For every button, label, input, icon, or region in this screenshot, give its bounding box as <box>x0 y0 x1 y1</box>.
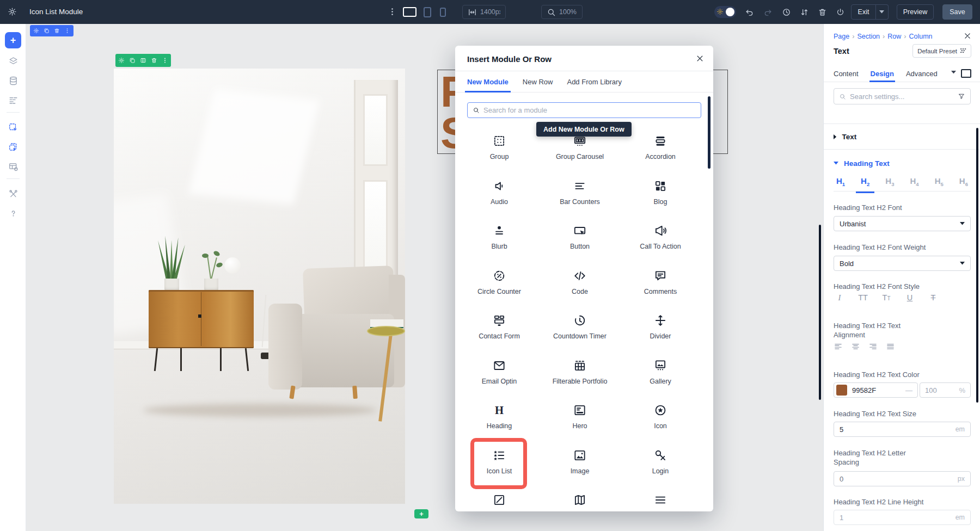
canvas-width-field[interactable] <box>462 5 506 19</box>
panel-scrollbar[interactable] <box>976 128 978 403</box>
text-color-picker[interactable]: 99582F — <box>834 382 918 398</box>
breadcrumb-column[interactable]: Column <box>909 33 932 40</box>
style-italic-icon[interactable]: I <box>834 293 846 302</box>
heading-level-h2[interactable]: H2 <box>858 176 872 191</box>
sidebar-multiselect-icon[interactable] <box>8 141 19 152</box>
module-item-audio[interactable]: Audio <box>459 170 540 215</box>
add-row-button[interactable]: + <box>414 509 428 518</box>
settings-search-input[interactable] <box>850 92 954 101</box>
font-select[interactable]: Urbanist <box>834 216 971 231</box>
breadcrumb-section[interactable]: Section <box>857 33 880 40</box>
module-item-divider[interactable]: Divider <box>620 305 701 350</box>
style-small-caps-icon[interactable]: TT <box>880 293 892 302</box>
module-item-icon[interactable]: Icon <box>620 394 701 440</box>
dialog-close-icon[interactable] <box>696 54 704 63</box>
module-item-code[interactable]: Code <box>540 260 620 305</box>
heading-level-h1[interactable]: H1 <box>834 176 848 191</box>
section-toggle-text[interactable]: Text <box>824 124 980 150</box>
history-icon[interactable] <box>781 7 792 17</box>
sidebar-wireframe-icon[interactable] <box>8 95 19 106</box>
section-dots-v-icon[interactable] <box>64 28 70 34</box>
color-opacity-field[interactable]: 100 % <box>920 382 971 398</box>
sort-icon[interactable] <box>799 7 810 17</box>
filter-funnel-icon[interactable] <box>958 92 965 100</box>
font-weight-select[interactable]: Bold <box>834 256 971 271</box>
module-item-accordion[interactable]: Accordion <box>620 125 701 170</box>
section-trash-icon[interactable] <box>54 28 60 34</box>
heading-level-h6[interactable]: H6 <box>957 176 971 191</box>
sidebar-layers-icon[interactable] <box>8 55 19 66</box>
preview-button[interactable]: Preview <box>897 4 934 20</box>
canvas-scrollbar[interactable] <box>819 225 821 400</box>
row-gear-icon[interactable] <box>118 57 125 64</box>
undo-icon[interactable] <box>744 7 755 17</box>
color-swatch[interactable] <box>836 385 847 396</box>
desktop-preview-icon[interactable] <box>961 69 971 78</box>
desktop-view-button[interactable] <box>403 7 416 17</box>
sidebar-help-icon[interactable] <box>8 208 19 219</box>
default-preset-button[interactable]: Default Preset <box>912 44 971 58</box>
row-columns-icon[interactable] <box>140 57 146 64</box>
canvas-zoom-field[interactable] <box>541 5 583 19</box>
letter-spacing-input[interactable]: 0 px <box>834 471 971 486</box>
sidebar-select-icon[interactable] <box>8 122 19 133</box>
canvas-width-input[interactable] <box>480 8 500 16</box>
align-left-icon[interactable] <box>834 342 843 351</box>
module-item-blog[interactable]: Blog <box>620 170 701 215</box>
dialog-scrollbar[interactable] <box>708 96 710 169</box>
align-center-icon[interactable] <box>851 342 860 351</box>
module-item-contact-form[interactable]: Contact Form <box>459 305 540 350</box>
trash-icon[interactable] <box>817 7 828 17</box>
module-item-comments[interactable]: Comments <box>620 260 701 305</box>
panel-close-icon[interactable] <box>964 32 971 40</box>
add-module-button[interactable]: + <box>5 32 21 48</box>
row-copy-icon[interactable] <box>129 57 136 64</box>
module-item-login[interactable]: Login <box>620 440 701 485</box>
text-size-input[interactable]: 5 em <box>834 422 971 437</box>
power-icon[interactable] <box>835 7 846 17</box>
row-toolbar[interactable] <box>115 54 171 67</box>
module-item-blurb[interactable]: Blurb <box>459 215 540 260</box>
module-item-filterable-portfolio[interactable]: Filterable Portfolio <box>540 350 620 395</box>
tab-design[interactable]: Design <box>871 65 894 82</box>
more-options-kebab-icon[interactable] <box>388 7 397 16</box>
breadcrumb-row[interactable]: Row <box>887 33 901 40</box>
tab-new-module[interactable]: New Module <box>467 71 509 92</box>
redo-icon[interactable] <box>762 7 773 17</box>
module-item-heading[interactable]: HHeading <box>459 394 540 440</box>
row-dots-v-icon[interactable] <box>162 57 168 64</box>
heading-level-h4[interactable]: H4 <box>908 176 922 191</box>
module-item-circle-counter[interactable]: Circle Counter <box>459 260 540 305</box>
align-right-icon[interactable] <box>868 342 878 351</box>
style-underline-icon[interactable]: U <box>904 293 916 302</box>
line-height-input[interactable]: 1 em <box>834 510 971 525</box>
sidebar-grid-gear-icon[interactable] <box>8 161 19 172</box>
exit-button[interactable]: Exit <box>851 4 876 20</box>
style-uppercase-icon[interactable]: TT <box>857 293 869 302</box>
sidebar-tools-icon[interactable] <box>8 188 19 199</box>
section-gear-icon[interactable] <box>33 28 39 34</box>
module-item-button[interactable]: Button <box>540 215 620 260</box>
module-search-box[interactable] <box>467 102 701 118</box>
module-item-call-to-action[interactable]: Call To Action <box>620 215 701 260</box>
tabs-caret-icon[interactable] <box>951 71 956 73</box>
tab-add-from-library[interactable]: Add From Library <box>567 71 621 92</box>
section-toggle-heading-text[interactable]: Heading Text <box>824 155 980 172</box>
module-item-menu[interactable] <box>620 484 701 511</box>
page-settings-gear-icon[interactable] <box>8 7 17 16</box>
exit-dropdown-caret[interactable] <box>875 4 889 20</box>
style-strikethrough-icon[interactable]: T <box>927 293 939 302</box>
module-search-input[interactable] <box>483 106 696 114</box>
row-trash-icon[interactable] <box>151 57 157 64</box>
heading-level-h3[interactable]: H3 <box>883 176 897 191</box>
tablet-view-button[interactable] <box>424 7 431 17</box>
phone-view-button[interactable] <box>440 8 446 17</box>
module-item-group[interactable]: Group <box>459 125 540 170</box>
tab-content[interactable]: Content <box>834 65 859 82</box>
settings-search-box[interactable] <box>834 88 971 104</box>
module-item-hero[interactable]: Hero <box>540 394 620 440</box>
tab-new-row[interactable]: New Row <box>523 71 553 92</box>
tab-advanced[interactable]: Advanced <box>906 65 938 82</box>
breadcrumb-page[interactable]: Page <box>834 33 849 40</box>
module-item-gallery[interactable]: Gallery <box>620 350 701 395</box>
